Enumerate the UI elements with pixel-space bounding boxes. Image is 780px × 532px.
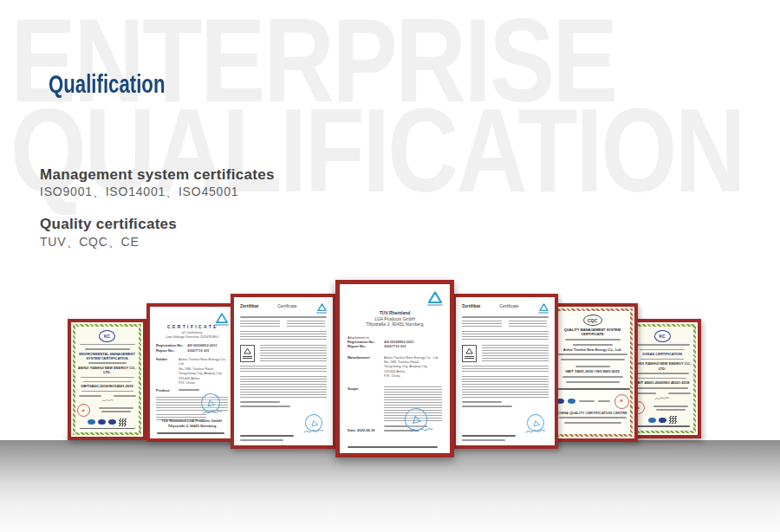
cnas-badge-icon — [98, 419, 106, 425]
report-value: 20607716 001 — [384, 344, 414, 348]
text-line-placeholder — [462, 405, 512, 407]
text-line-placeholder — [348, 446, 438, 448]
text-line-placeholder — [462, 316, 549, 318]
certificate-standard: GB/T 45001-2020/ISO 45001:2018 — [635, 380, 690, 385]
table-placeholder — [240, 366, 327, 373]
certificate-standard: GB/T24001-2016/ISO14001:2015 — [81, 384, 133, 388]
certificate-subtitle2: Low Voltage Directive 2014/35/EU — [156, 334, 228, 339]
certificate-paper: KC ENVIRONMENTAL MANAGEMENT SYSTEM CERTI… — [73, 324, 141, 435]
text-line-placeholder — [240, 439, 283, 441]
text-line-placeholder — [243, 356, 252, 360]
text-line-placeholder — [636, 387, 688, 389]
qualification-section: ENTERPRISE QUALIFICATION Qualification M… — [0, 0, 780, 532]
text-line-placeholder — [575, 366, 610, 367]
holder-line: Tongcheng City, Anqing City — [179, 371, 228, 375]
certificate-company: ANHUI TIANHUI NEW ENERGY CO., LTD. — [77, 366, 138, 375]
certificate-ce-lvd[interactable]: C E R T I F I C A T E of Conformity Low … — [146, 303, 237, 442]
cqc-logo-icon: CQC — [583, 315, 602, 326]
text-line-placeholder — [656, 409, 686, 411]
tuv-rheinland-logo-icon — [316, 303, 327, 314]
cnas-badge-icon — [568, 399, 575, 404]
manufacturer-line: P.R. China — [384, 373, 439, 378]
text-line-placeholder — [579, 400, 595, 402]
scope-label: Scope: — [348, 386, 384, 433]
signature-icon — [652, 396, 673, 401]
certificate-title-en: Certificate — [499, 303, 519, 309]
management-certificates-items: ISO9001、ISO14001、ISO45001 — [40, 185, 238, 200]
table-placeholder — [462, 331, 549, 341]
text-line-placeholder — [240, 435, 294, 437]
cnas-badge-icon — [659, 418, 666, 423]
text-line-placeholder — [81, 377, 134, 378]
text-line-placeholder — [564, 422, 621, 424]
text-line-placeholder — [640, 359, 684, 360]
text-line-placeholder — [114, 395, 136, 397]
text-line-placeholder — [85, 348, 130, 349]
text-line-placeholder — [316, 312, 327, 314]
text-line-placeholder — [538, 312, 549, 314]
tuv-rheinland-logo-icon — [538, 303, 549, 314]
report-value: 20607716 001 — [187, 348, 210, 353]
certificate-date: Date: 2022-06-10 — [348, 428, 375, 432]
tuv-rheinland-logo-icon — [215, 313, 229, 326]
quality-certificates-heading: Quality certificates — [40, 216, 177, 233]
text-line-placeholder — [240, 405, 290, 407]
table-placeholder — [509, 321, 547, 328]
product-label: Product: — [156, 388, 179, 393]
red-stamp-icon: ✶ — [614, 394, 629, 409]
text-line-placeholder — [573, 344, 613, 346]
table-placeholder — [462, 366, 549, 373]
certificate-paper: KC OHSAS CERTIFICATION ANHUI TIANHUI NEW… — [628, 324, 696, 433]
certificate-title: ENVIRONMENTAL MANAGEMENT SYSTEM CERTIFIC… — [77, 352, 138, 361]
text-line-placeholder — [80, 344, 135, 345]
text-line-placeholder — [566, 381, 620, 383]
certificate-zertifikat-left[interactable]: Zertifikat Certificate — [231, 294, 336, 449]
kc-logo-icon: KC — [654, 330, 671, 342]
certificate-footer: CHINA QUALITY CERTIFICATION CENTRE — [557, 411, 627, 415]
signature-icon — [97, 399, 118, 403]
org-line: Tillystraße 2, 90431 Nürnberg — [348, 321, 442, 328]
iaf-badge-icon — [648, 418, 656, 423]
certificate-title: QUALITY MANAGEMENT SYSTEM CERTIFICATE — [556, 328, 630, 337]
tuv-mark-icon — [240, 345, 255, 362]
certificate-cqc[interactable]: CQC QUALITY MANAGEMENT SYSTEM CERTIFICAT… — [547, 303, 638, 442]
qr-code-icon — [669, 416, 677, 424]
kc-logo-icon: KC — [99, 330, 115, 342]
text-line-placeholder — [638, 378, 686, 380]
red-stamp-icon: ✶ — [77, 404, 90, 417]
text-line-placeholder — [635, 373, 689, 374]
management-certificates-heading: Management system certificates — [40, 166, 275, 184]
qr-code-icon — [119, 418, 127, 426]
model-list-placeholder — [462, 376, 549, 399]
certificate-zertifikat-right[interactable]: Zertifikat Certificate — [452, 294, 558, 449]
text-line-placeholder — [598, 400, 610, 402]
text-line-placeholder — [634, 425, 690, 427]
certificate-title-de: Zertifikat — [462, 303, 480, 309]
certificate-standard: GB/T 19001-2016 / ISO 9001:2015 — [565, 369, 619, 373]
codes-placeholder — [482, 345, 549, 362]
text-line-placeholder — [462, 401, 502, 403]
accreditation-badge-icon — [108, 419, 116, 425]
text-line-placeholder — [427, 304, 443, 306]
text-line-placeholder — [653, 405, 688, 407]
codes-placeholder — [260, 345, 327, 362]
certificate-company: Anhui Tianhui New Energy Co., Ltd. — [556, 347, 630, 352]
signature-icon — [523, 428, 548, 435]
certificate-title-en: Certificate — [277, 303, 297, 309]
certificate-title-de: Zertifikat — [240, 303, 258, 309]
holder-label: Holder: — [156, 357, 179, 385]
quality-certificates-items: TUV、CQC、CE — [40, 235, 140, 250]
text-line-placeholder — [83, 381, 132, 382]
text-line-placeholder — [240, 401, 280, 403]
report-label: Report No.: — [156, 348, 187, 353]
text-line-placeholder — [640, 349, 685, 351]
text-line-placeholder — [79, 395, 101, 397]
text-line-placeholder — [558, 354, 627, 355]
text-line-placeholder — [179, 389, 199, 391]
text-line-placeholder — [634, 344, 690, 346]
certificate-environmental[interactable]: KC ENVIRONMENTAL MANAGEMENT SYSTEM CERTI… — [68, 319, 146, 440]
certificate-tuv-main[interactable]: TÜV Rheinland LGA Products GmbH Tillystr… — [335, 280, 454, 457]
page-title: Qualification — [49, 69, 165, 99]
signature-icon — [406, 426, 438, 434]
text-line-placeholder — [157, 432, 224, 434]
